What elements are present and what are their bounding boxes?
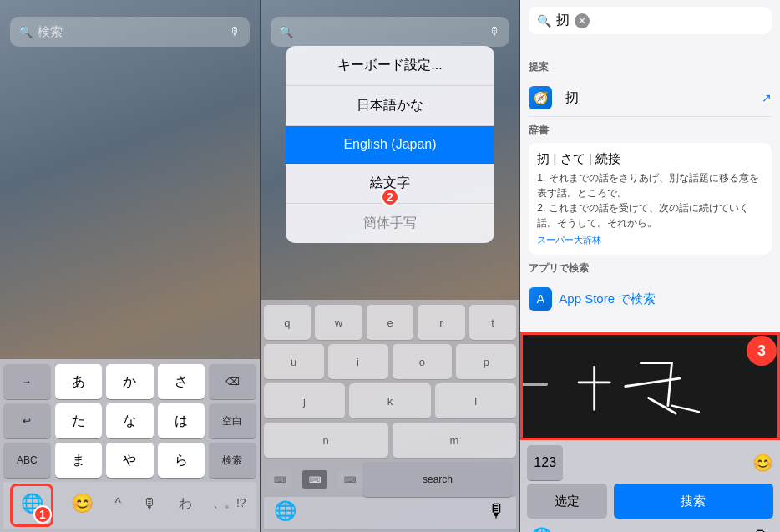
kb-p2-u[interactable]: u: [264, 344, 324, 379]
kb-abc-key[interactable]: ABC: [3, 443, 51, 478]
kb-p2-w[interactable]: w: [315, 305, 362, 340]
language-popup-menu: キーボード設定... 日本語かな English (Japan) 絵文字 簡体手…: [286, 46, 495, 243]
kb-bottom-row-2: ⌨ ⌨ ⌨ search: [264, 462, 517, 497]
kb-row-p2-3: j k l: [264, 383, 517, 418]
emoji-bar-1: 🌐 1 😊 ^ 🎙 わ 、。!?: [3, 482, 256, 529]
suggestion-row2[interactable]: 🧭 扨 ↗: [529, 79, 772, 117]
search-bar-1[interactable]: 🔍 検索 🎙: [10, 17, 250, 47]
p3-search-btn[interactable]: 搜索: [614, 484, 773, 519]
kb-key-sa[interactable]: さ: [158, 364, 205, 399]
dict-entry2: 扨 | さて | 続接 1. それまでの話をさりあげ、別な話題に移る意を表す話。…: [529, 143, 772, 255]
dict-def1b: 1. それまでの話をさりあげ、別な話題に移る意を表す話。ところで。: [537, 170, 763, 200]
kb-arrow-key[interactable]: →: [3, 364, 51, 399]
handle-bar: [520, 383, 547, 386]
menu-item-keyboard-settings[interactable]: キーボード設定...: [286, 46, 495, 86]
kb-key-ma[interactable]: ま: [55, 443, 103, 478]
kb-p2-n[interactable]: n: [264, 423, 388, 458]
kb-key-ha[interactable]: は: [158, 403, 205, 438]
kb-row-p2-1: q w e r t: [264, 305, 517, 340]
section-label-dict2: 辞書: [529, 124, 772, 138]
mic-icon-2: 🎙: [489, 25, 501, 38]
p3-search-bar[interactable]: 🔍 扨 ✕: [529, 7, 772, 34]
kb-p2-t[interactable]: t: [469, 305, 517, 340]
kb-switch-icons: ⌨ ⌨ ⌨: [267, 470, 362, 489]
kb-key-ka[interactable]: か: [106, 364, 154, 399]
kb-key-ra[interactable]: ら: [158, 443, 205, 478]
arrow-up-icon: ^: [115, 496, 122, 511]
globe-icon-2[interactable]: 🌐: [274, 500, 296, 522]
emoji-bar-2: 🌐 🎙: [264, 497, 517, 529]
kb-key-ya[interactable]: や: [106, 443, 154, 478]
keyboard-area-2: q w e r t u i o p j k l n m ⌨ ⌨ ⌨: [261, 300, 520, 532]
kb-key-a[interactable]: あ: [55, 364, 103, 399]
kb-p2-m[interactable]: m: [393, 423, 517, 458]
dict-def2b: 2. これまでの話を受けて、次の話に続けていく話。そうして。それから。: [537, 200, 763, 231]
kb-p2-q[interactable]: q: [264, 305, 311, 340]
mic-icon: 🎙: [230, 25, 241, 38]
app-store-label2: App Store で検索: [559, 291, 656, 307]
search-icon: 🔍: [18, 25, 33, 38]
kb-p2-search[interactable]: search: [362, 462, 514, 497]
clear-button[interactable]: ✕: [575, 13, 590, 28]
kb-p2-i[interactable]: i: [328, 344, 388, 379]
results-scrollable: 提案 🧭 扨 ↗ 辞書 扨 | さて | 続接 1. それまでの話をさりあげ、別…: [520, 47, 780, 332]
dot-dot-icon: わ: [179, 495, 192, 513]
emoji-p3: 😊: [752, 453, 773, 473]
kb-row-1: → あ か さ ⌫: [3, 364, 256, 399]
p3-num-key[interactable]: 123: [527, 445, 563, 480]
app-store-row2[interactable]: A App Store で検索: [529, 281, 772, 317]
kb-key-na[interactable]: な: [106, 403, 154, 438]
p3-keyboard-bottom: 123 😊 选定 搜索 🌐 🎙: [520, 440, 780, 532]
app-store-icon2: A: [529, 287, 552, 311]
kb-p2-k[interactable]: k: [349, 383, 431, 418]
badge-2: 2: [381, 188, 399, 206]
kb-p2-e[interactable]: e: [367, 305, 414, 340]
handwriting-area[interactable]: ⊠ 3: [520, 332, 780, 440]
punctuation-icon: 、。!?: [213, 496, 246, 511]
safari-icon2: 🧭: [529, 86, 552, 109]
p3-confirm-btn[interactable]: 选定: [527, 484, 607, 519]
badge-1: 1: [33, 505, 52, 524]
kb-row-p2-2: u i o p: [264, 344, 517, 379]
search-placeholder: 検索: [38, 24, 225, 40]
kb-space-key[interactable]: 空白: [209, 403, 256, 438]
kb-undo-key[interactable]: ↩: [3, 403, 51, 438]
dict-title2: 扨 | さて | 続接: [537, 151, 763, 167]
kb-row-2: ↩ た な は 空白: [3, 403, 256, 438]
search-icon-2: 🔍: [279, 25, 293, 38]
p3-search-bar-wrapper: 🔍 扨 ✕: [520, 0, 780, 43]
mic-icon-p3[interactable]: 🎙: [752, 527, 770, 532]
menu-item-simplified[interactable]: 簡体手写: [286, 204, 495, 243]
kb-row-3: ABC ま や ら 検索: [3, 443, 256, 478]
kb-switch-1[interactable]: ⌨: [267, 470, 292, 489]
kb-key-ta[interactable]: た: [55, 403, 103, 438]
panel-results: 提案 🧭 扨 ↗ 辞書 扨 | さて | 続接 1. それまでの話をさりあげ、別…: [520, 0, 780, 532]
arrow-icon2: ↗: [762, 91, 772, 104]
p3-action-row: 选定 搜索: [520, 484, 780, 525]
mic-bottom-icon[interactable]: 🎙: [142, 495, 157, 513]
p3-emoji-row: 🌐 🎙: [520, 525, 780, 532]
panel-language-menu: 🔍 🎙 キーボード設定... 日本語かな English (Japan) 絵文字…: [261, 0, 521, 532]
menu-item-japanese[interactable]: 日本語かな: [286, 86, 495, 126]
search-value: 扨: [556, 12, 570, 29]
kb-p2-o[interactable]: o: [393, 344, 453, 379]
kb-row-p2-4: n m: [264, 423, 517, 458]
badge-2-container: 2: [381, 188, 399, 206]
kb-p2-p[interactable]: p: [456, 344, 516, 379]
kb-delete-key[interactable]: ⌫: [209, 364, 256, 399]
search-bar-2[interactable]: 🔍 🎙: [271, 17, 510, 47]
kb-p2-l[interactable]: l: [435, 383, 517, 418]
kb-switch-3[interactable]: ⌨: [337, 470, 362, 489]
search-icon-p3: 🔍: [537, 14, 551, 28]
menu-item-english-japan[interactable]: English (Japan): [286, 126, 495, 164]
handwriting-canvas[interactable]: [548, 332, 780, 440]
kb-p2-j[interactable]: j: [264, 383, 346, 418]
kb-switch-2[interactable]: ⌨: [302, 470, 327, 489]
globe-icon-p3[interactable]: 🌐: [530, 527, 553, 532]
section-label-suggestion2: 提案: [529, 60, 772, 74]
globe-badge-container[interactable]: 🌐 1: [13, 485, 50, 522]
mic-bottom-icon-2[interactable]: 🎙: [488, 500, 506, 522]
panel-japanese-keyboard: 🔍 検索 🎙 → あ か さ ⌫ ↩ た な は 空白 ABC ま や ら 検索: [0, 0, 261, 532]
kb-search-key[interactable]: 検索: [209, 443, 256, 478]
kb-p2-r[interactable]: r: [418, 305, 465, 340]
